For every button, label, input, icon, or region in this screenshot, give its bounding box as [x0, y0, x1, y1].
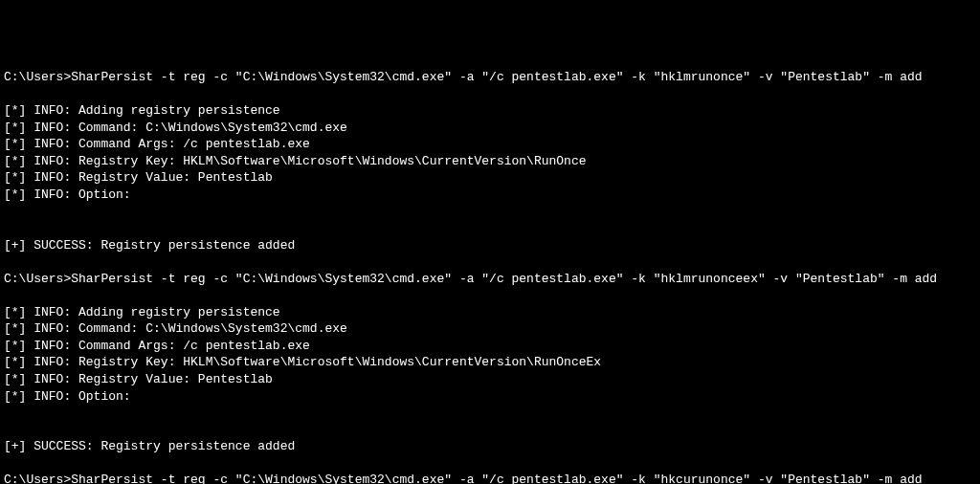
terminal-line: [*] INFO: Registry Key: HKLM\Software\Mi… — [4, 153, 976, 170]
terminal-line: [+] SUCCESS: Registry persistence added — [4, 438, 976, 455]
terminal-line — [4, 204, 976, 221]
terminal-line — [4, 405, 976, 422]
terminal-line — [4, 220, 976, 237]
terminal-line: [*] INFO: Adding registry persistence — [4, 102, 976, 120]
terminal-line — [4, 287, 976, 304]
terminal-output[interactable]: C:\Users>SharPersist -t reg -c "C:\Windo… — [4, 69, 976, 484]
terminal-line: [*] INFO: Registry Value: Pentestlab — [4, 169, 976, 187]
terminal-line: [*] INFO: Command: C:\Windows\System32\c… — [4, 120, 976, 137]
terminal-line: [*] INFO: Adding registry persistence — [4, 304, 976, 321]
terminal-line — [4, 422, 976, 439]
terminal-line: [*] INFO: Command Args: /c pentestlab.ex… — [4, 338, 976, 355]
terminal-line: [*] INFO: Option: — [4, 187, 976, 204]
terminal-line: [*] INFO: Registry Value: Pentestlab — [4, 371, 976, 388]
terminal-line: C:\Users>SharPersist -t reg -c "C:\Windo… — [4, 472, 976, 484]
terminal-line: [*] INFO: Command Args: /c pentestlab.ex… — [4, 136, 976, 153]
terminal-line — [4, 86, 976, 103]
terminal-line — [4, 253, 976, 271]
terminal-line: [+] SUCCESS: Registry persistence added — [4, 237, 976, 254]
terminal-line: C:\Users>SharPersist -t reg -c "C:\Windo… — [4, 69, 976, 86]
terminal-line — [4, 455, 976, 473]
terminal-line: C:\Users>SharPersist -t reg -c "C:\Windo… — [4, 271, 976, 288]
terminal-line: [*] INFO: Registry Key: HKLM\Software\Mi… — [4, 354, 976, 371]
terminal-line: [*] INFO: Command: C:\Windows\System32\c… — [4, 320, 976, 338]
terminal-line: [*] INFO: Option: — [4, 388, 976, 406]
